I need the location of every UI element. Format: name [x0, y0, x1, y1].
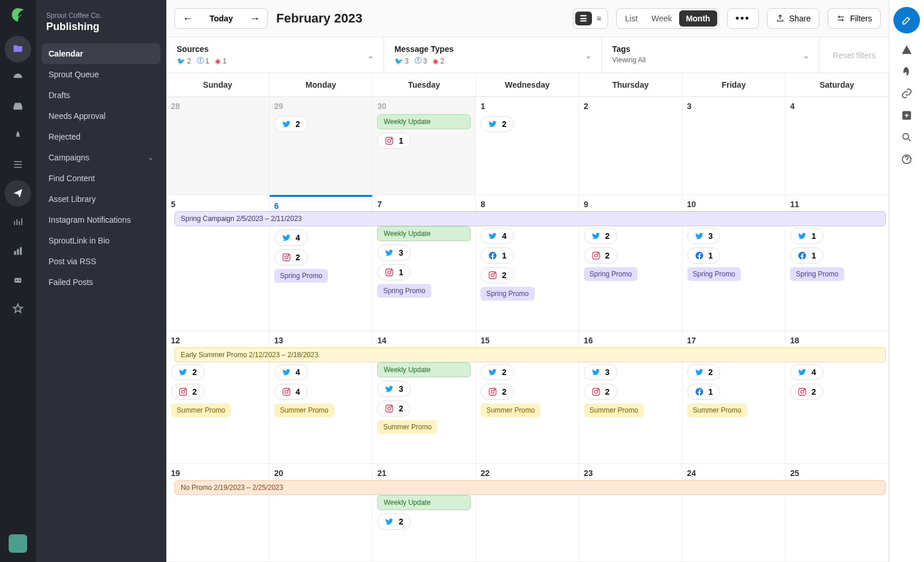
promo-tag[interactable]: Summer Promo: [480, 403, 541, 417]
tw-count-chip[interactable]: 3: [687, 228, 721, 244]
tw-count-chip[interactable]: 2: [480, 364, 514, 380]
campaign-bar[interactable]: Spring Campaign 2/5/2023 – 2/11/2023: [174, 211, 886, 226]
alert-icon[interactable]: [901, 44, 912, 55]
day-cell[interactable]: 12Early Summer Promo 2/12/2023 – 2/18/20…: [166, 331, 270, 464]
tw-count-chip[interactable]: 4: [790, 364, 824, 380]
ig-count-chip[interactable]: 2: [171, 384, 204, 400]
promo-tag[interactable]: Summer Promo: [584, 403, 644, 417]
filter-tags[interactable]: Tags Viewing All ⌄: [602, 38, 819, 73]
ig-count-chip[interactable]: 2: [480, 384, 514, 400]
ig-count-chip[interactable]: 2: [584, 248, 617, 264]
fb-count-chip[interactable]: 1: [687, 248, 721, 264]
rail-analytics-icon[interactable]: [5, 209, 31, 235]
promo-tag[interactable]: Summer Promo: [171, 403, 231, 417]
rail-dashboard-icon[interactable]: [5, 65, 31, 91]
help-icon[interactable]: [901, 153, 912, 165]
ig-count-chip[interactable]: 2: [790, 384, 824, 400]
nav-calendar[interactable]: Calendar: [42, 43, 161, 64]
promo-tag[interactable]: Summer Promo: [687, 403, 747, 417]
tw-count-chip[interactable]: 2: [584, 228, 617, 244]
tw-count-chip[interactable]: 2: [377, 514, 411, 530]
add-icon[interactable]: [901, 110, 912, 121]
nav-sproutlink-in-bio[interactable]: SproutLink in Bio: [42, 230, 161, 251]
filters-button[interactable]: Filters: [828, 8, 881, 29]
promo-tag[interactable]: Summer Promo: [377, 420, 437, 434]
more-button[interactable]: •••: [727, 8, 759, 29]
ig-count-chip[interactable]: 4: [274, 384, 308, 400]
ig-count-chip[interactable]: 1: [377, 133, 411, 149]
day-cell[interactable]: 23: [579, 464, 683, 562]
day-cell[interactable]: 28: [166, 97, 270, 195]
day-cell[interactable]: 25: [785, 464, 889, 562]
promo-tag[interactable]: Summer Promo: [274, 403, 334, 417]
tw-count-chip[interactable]: 2: [274, 116, 308, 132]
compose-button[interactable]: [893, 7, 920, 33]
ig-count-chip[interactable]: 1: [377, 264, 411, 280]
weekly-update-tag[interactable]: Weekly Update: [377, 362, 471, 377]
nav-needs-approval[interactable]: Needs Approval: [42, 106, 161, 126]
tw-count-chip[interactable]: 1: [790, 228, 824, 244]
nav-drafts[interactable]: Drafts: [42, 85, 161, 106]
grid-view-icon[interactable]: ☰: [575, 12, 592, 25]
day-cell[interactable]: 12: [476, 97, 579, 195]
rail-list-icon[interactable]: [5, 151, 31, 178]
fb-count-chip[interactable]: 1: [687, 384, 721, 400]
fb-count-chip[interactable]: 1: [480, 248, 514, 264]
campaign-bar[interactable]: Early Summer Promo 2/12/2023 – 2/18/2023: [174, 347, 886, 362]
view-list[interactable]: List: [618, 10, 644, 27]
today-button[interactable]: Today: [200, 14, 242, 23]
ig-count-chip[interactable]: 2: [584, 384, 617, 400]
campaign-bar[interactable]: No Promo 2/19/2023 – 2/25/2023: [174, 480, 886, 495]
day-cell[interactable]: 21Weekly Update2: [372, 464, 476, 562]
nav-instagram-notifications[interactable]: Instagram Notifications: [42, 209, 161, 230]
day-cell[interactable]: 4: [785, 97, 889, 195]
tw-count-chip[interactable]: 4: [480, 228, 514, 244]
ig-count-chip[interactable]: 2: [274, 249, 308, 265]
weekly-update-tag[interactable]: Weekly Update: [377, 114, 471, 129]
day-cell[interactable]: 20: [270, 464, 373, 562]
rail-star-icon[interactable]: [5, 295, 31, 322]
tw-count-chip[interactable]: 2: [687, 364, 721, 380]
weekly-update-tag[interactable]: Weekly Update: [377, 495, 471, 510]
rail-pin-icon[interactable]: [5, 122, 31, 149]
tw-count-chip[interactable]: 4: [274, 230, 308, 246]
reset-filters[interactable]: Reset filters: [819, 38, 889, 73]
day-cell[interactable]: 3: [683, 97, 786, 195]
prev-arrow-icon[interactable]: ←: [175, 9, 200, 28]
nav-failed-posts[interactable]: Failed Posts: [42, 272, 161, 293]
fb-count-chip[interactable]: 1: [790, 248, 824, 264]
promo-tag[interactable]: Spring Promo: [480, 287, 534, 301]
user-avatar[interactable]: [9, 534, 27, 553]
tw-count-chip[interactable]: 3: [377, 245, 411, 261]
day-cell[interactable]: 30Weekly Update1: [372, 97, 476, 195]
compact-view-icon[interactable]: ≡: [592, 12, 606, 25]
share-button[interactable]: Share: [767, 8, 819, 29]
nav-rejected[interactable]: Rejected: [42, 126, 161, 147]
next-arrow-icon[interactable]: →: [242, 9, 267, 28]
tw-count-chip[interactable]: 4: [274, 364, 308, 380]
day-cell[interactable]: 22: [476, 464, 579, 562]
promo-tag[interactable]: Spring Promo: [584, 267, 638, 281]
rail-folder-icon[interactable]: [5, 36, 31, 62]
view-month[interactable]: Month: [679, 10, 717, 27]
bolt-leaf-icon[interactable]: [901, 66, 912, 77]
promo-tag[interactable]: Spring Promo: [274, 269, 328, 283]
nav-campaigns[interactable]: Campaigns⌄: [42, 147, 161, 168]
rail-chart-icon[interactable]: [5, 238, 31, 264]
view-week[interactable]: Week: [644, 10, 679, 27]
nav-sprout-queue[interactable]: Sprout Queue: [42, 64, 161, 85]
promo-tag[interactable]: Spring Promo: [377, 284, 431, 298]
weekly-update-tag[interactable]: Weekly Update: [377, 226, 471, 241]
rail-inbox-icon[interactable]: [5, 93, 31, 120]
filter-message-types[interactable]: Message Types 🐦3 ⓕ3 ◉2 ⌄: [384, 38, 602, 73]
tw-count-chip[interactable]: 2: [171, 364, 204, 380]
rail-send-icon[interactable]: [5, 180, 31, 207]
tw-count-chip[interactable]: 3: [584, 364, 617, 380]
nav-asset-library[interactable]: Asset Library: [42, 189, 161, 209]
search-icon[interactable]: [901, 132, 912, 143]
day-cell[interactable]: 5Spring Campaign 2/5/2023 – 2/11/2023: [166, 195, 270, 331]
day-cell[interactable]: 24: [683, 464, 786, 562]
ig-count-chip[interactable]: 2: [480, 267, 514, 283]
promo-tag[interactable]: Spring Promo: [790, 267, 844, 281]
tw-count-chip[interactable]: 2: [480, 116, 514, 132]
